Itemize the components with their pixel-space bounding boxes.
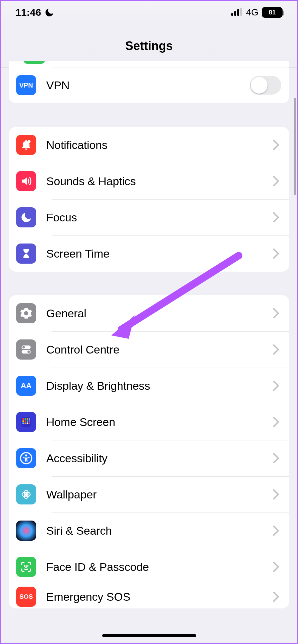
control-centre-icon bbox=[16, 339, 36, 360]
row-screentime[interactable]: Screen Time bbox=[9, 235, 289, 272]
row-wallpaper[interactable]: Wallpaper bbox=[9, 476, 289, 513]
svg-rect-12 bbox=[27, 418, 28, 420]
svg-rect-13 bbox=[29, 418, 30, 420]
svg-point-4 bbox=[27, 140, 31, 143]
svg-rect-1 bbox=[234, 11, 236, 16]
status-left: 11:46 bbox=[15, 7, 54, 18]
chevron-right-icon bbox=[273, 176, 281, 186]
notifications-icon bbox=[16, 135, 36, 155]
chevron-right-icon bbox=[273, 453, 281, 463]
svg-point-6 bbox=[22, 346, 25, 348]
row-sos[interactable]: SOS Emergency SOS bbox=[9, 585, 289, 608]
wallpaper-icon bbox=[16, 484, 36, 504]
chevron-right-icon bbox=[273, 344, 281, 355]
faceid-icon bbox=[16, 557, 36, 577]
status-time: 11:46 bbox=[15, 7, 41, 18]
row-label: Focus bbox=[36, 211, 273, 224]
page-title-text: Settings bbox=[125, 39, 173, 53]
row-label-vpn: VPN bbox=[36, 79, 250, 92]
svg-rect-17 bbox=[29, 420, 30, 422]
row-faceid[interactable]: Face ID & Passcode bbox=[9, 549, 289, 585]
svg-rect-15 bbox=[24, 420, 26, 422]
row-notifications[interactable]: Notifications bbox=[9, 127, 289, 163]
vpn-icon: VPN bbox=[16, 75, 36, 95]
svg-rect-19 bbox=[24, 423, 26, 424]
svg-rect-3 bbox=[240, 8, 242, 16]
siri-icon bbox=[16, 521, 36, 541]
svg-rect-14 bbox=[22, 420, 24, 422]
svg-rect-0 bbox=[231, 13, 233, 16]
row-label: Home Screen bbox=[36, 416, 273, 429]
row-label: Accessibility bbox=[36, 452, 273, 465]
sos-icon: SOS bbox=[16, 587, 36, 607]
settings-group-network: VPN VPN bbox=[9, 61, 289, 103]
settings-group-system: General Control Centre AA Display & Brig… bbox=[9, 295, 289, 608]
chevron-right-icon bbox=[273, 140, 281, 150]
vpn-toggle[interactable] bbox=[250, 76, 281, 95]
row-label: Wallpaper bbox=[36, 488, 273, 501]
svg-rect-18 bbox=[22, 423, 24, 424]
status-bar: 11:46 4G 81 bbox=[1, 1, 297, 24]
row-sounds[interactable]: Sounds & Haptics bbox=[9, 163, 289, 199]
row-controlcentre[interactable]: Control Centre bbox=[9, 331, 289, 368]
prior-row-peek-icon bbox=[23, 61, 45, 64]
row-label: Sounds & Haptics bbox=[36, 175, 273, 188]
sounds-icon bbox=[16, 171, 36, 191]
focus-icon bbox=[16, 207, 36, 227]
chevron-right-icon bbox=[273, 212, 281, 222]
general-gear-icon bbox=[16, 303, 36, 323]
row-siri[interactable]: Siri & Search bbox=[9, 513, 289, 549]
battery-icon: 81 bbox=[262, 7, 283, 18]
row-general[interactable]: General bbox=[9, 295, 289, 331]
row-label: Screen Time bbox=[36, 247, 273, 260]
home-screen-icon bbox=[16, 412, 36, 432]
network-type: 4G bbox=[246, 7, 258, 18]
row-label: General bbox=[36, 307, 273, 320]
row-homescreen[interactable]: Home Screen bbox=[9, 404, 289, 440]
row-display[interactable]: AA Display & Brightness bbox=[9, 368, 289, 404]
row-accessibility[interactable]: Accessibility bbox=[9, 440, 289, 476]
scroll-indicator bbox=[294, 98, 296, 195]
svg-rect-2 bbox=[237, 9, 239, 16]
status-right: 4G 81 bbox=[231, 7, 283, 18]
row-label: Emergency SOS bbox=[36, 590, 273, 603]
do-not-disturb-icon bbox=[45, 8, 54, 17]
chevron-right-icon bbox=[273, 592, 281, 602]
chevron-right-icon bbox=[273, 417, 281, 427]
row-label: Notifications bbox=[36, 139, 273, 152]
svg-rect-11 bbox=[24, 418, 26, 420]
battery-percent: 81 bbox=[269, 9, 276, 16]
row-label: Face ID & Passcode bbox=[36, 560, 273, 574]
row-vpn[interactable]: VPN VPN bbox=[9, 67, 289, 103]
svg-rect-16 bbox=[27, 420, 28, 422]
svg-point-8 bbox=[27, 351, 30, 353]
display-icon: AA bbox=[16, 376, 36, 396]
chevron-right-icon bbox=[273, 249, 281, 259]
row-label: Display & Brightness bbox=[36, 379, 273, 392]
svg-rect-10 bbox=[22, 418, 24, 420]
chevron-right-icon bbox=[273, 526, 281, 536]
chevron-right-icon bbox=[273, 562, 281, 572]
row-focus[interactable]: Focus bbox=[9, 199, 289, 235]
cellular-signal-icon bbox=[231, 7, 243, 18]
home-indicator bbox=[102, 634, 196, 637]
screentime-icon bbox=[16, 244, 36, 264]
row-label: Control Centre bbox=[36, 343, 273, 356]
row-label: Siri & Search bbox=[36, 524, 273, 537]
chevron-right-icon bbox=[273, 308, 281, 318]
svg-rect-21 bbox=[29, 423, 30, 424]
chevron-right-icon bbox=[273, 381, 281, 391]
chevron-right-icon bbox=[273, 489, 281, 499]
svg-rect-20 bbox=[27, 423, 28, 424]
settings-group-attention: Notifications Sounds & Haptics Focus Scr… bbox=[9, 127, 289, 272]
settings-content: VPN VPN Notifications Sounds & Haptics bbox=[1, 61, 297, 608]
accessibility-icon bbox=[16, 448, 36, 468]
svg-point-23 bbox=[25, 454, 27, 457]
